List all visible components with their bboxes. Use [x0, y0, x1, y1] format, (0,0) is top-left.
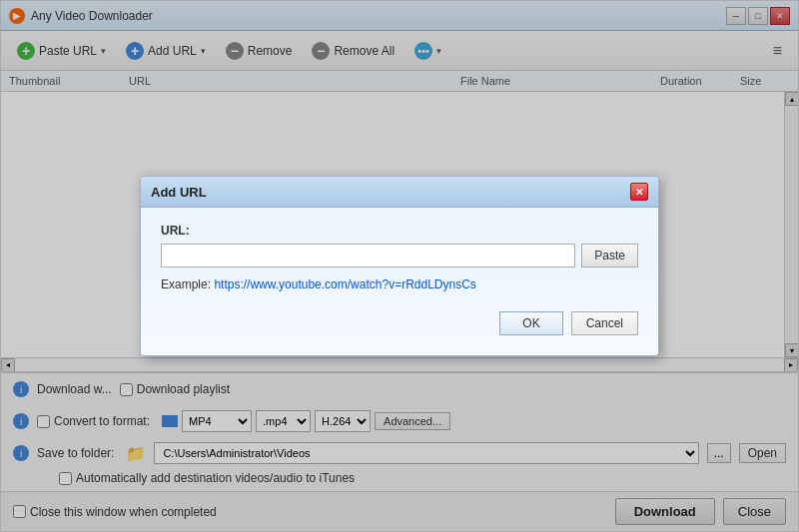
paste-button[interactable]: Paste [581, 244, 638, 267]
cancel-button[interactable]: Cancel [571, 311, 638, 335]
modal-actions: OK Cancel [161, 311, 638, 335]
example-url-link[interactable]: https://www.youtube.com/watch?v=rRddLDyn… [214, 277, 475, 291]
modal-overlay: Add URL ✕ URL: Paste Example: https://ww… [1, 1, 798, 531]
url-input[interactable] [161, 244, 575, 267]
modal-body: URL: Paste Example: https://www.youtube.… [141, 208, 658, 355]
ok-button[interactable]: OK [499, 311, 562, 335]
modal-title: Add URL [151, 185, 207, 200]
modal-close-button[interactable]: ✕ [630, 183, 648, 201]
modal-title-bar: Add URL ✕ [141, 177, 658, 208]
url-label: URL: [161, 224, 638, 238]
url-input-row: Paste [161, 244, 638, 267]
example-row: Example: https://www.youtube.com/watch?v… [161, 277, 638, 291]
add-url-dialog: Add URL ✕ URL: Paste Example: https://ww… [140, 176, 659, 356]
example-label: Example: [161, 277, 211, 291]
